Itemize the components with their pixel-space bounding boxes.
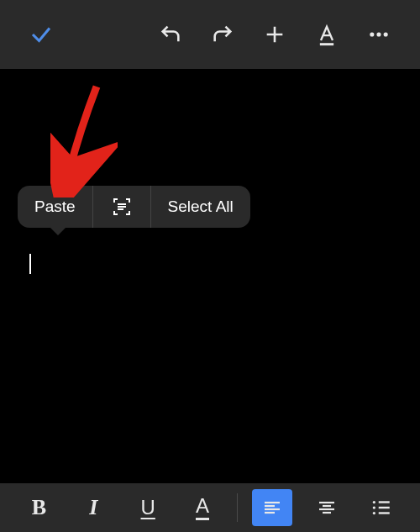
svg-point-1 xyxy=(370,32,374,36)
editor-area[interactable] xyxy=(0,69,420,483)
underline-label: U xyxy=(141,496,155,519)
svg-point-3 xyxy=(384,32,388,36)
text-color-label: A xyxy=(196,496,209,520)
plus-icon[interactable] xyxy=(258,18,291,51)
align-left-button[interactable] xyxy=(252,489,292,526)
svg-point-15 xyxy=(372,501,375,503)
bullet-list-button[interactable] xyxy=(361,489,402,526)
more-icon[interactable] xyxy=(362,18,396,51)
paste-button[interactable]: Paste xyxy=(18,186,92,228)
context-menu: Paste Select All xyxy=(18,186,250,228)
italic-label: I xyxy=(89,495,97,520)
underline-button[interactable]: U xyxy=(128,489,168,526)
text-format-icon[interactable] xyxy=(310,18,344,51)
bold-label: B xyxy=(32,495,46,520)
align-center-button[interactable] xyxy=(307,489,347,526)
top-toolbar xyxy=(0,0,420,69)
redo-icon[interactable] xyxy=(206,18,239,51)
toolbar-separator xyxy=(237,493,238,522)
italic-button[interactable]: I xyxy=(73,489,113,526)
bold-button[interactable]: B xyxy=(18,489,59,526)
select-all-button[interactable]: Select All xyxy=(151,186,250,228)
undo-icon[interactable] xyxy=(154,18,187,51)
bottom-toolbar: B I U A xyxy=(0,483,420,532)
svg-point-2 xyxy=(376,32,381,36)
scan-text-icon[interactable] xyxy=(93,186,150,228)
svg-point-17 xyxy=(372,506,375,508)
text-cursor xyxy=(29,254,31,274)
svg-point-19 xyxy=(372,512,375,514)
text-color-button[interactable]: A xyxy=(182,489,223,526)
confirm-check-icon[interactable] xyxy=(24,18,58,51)
